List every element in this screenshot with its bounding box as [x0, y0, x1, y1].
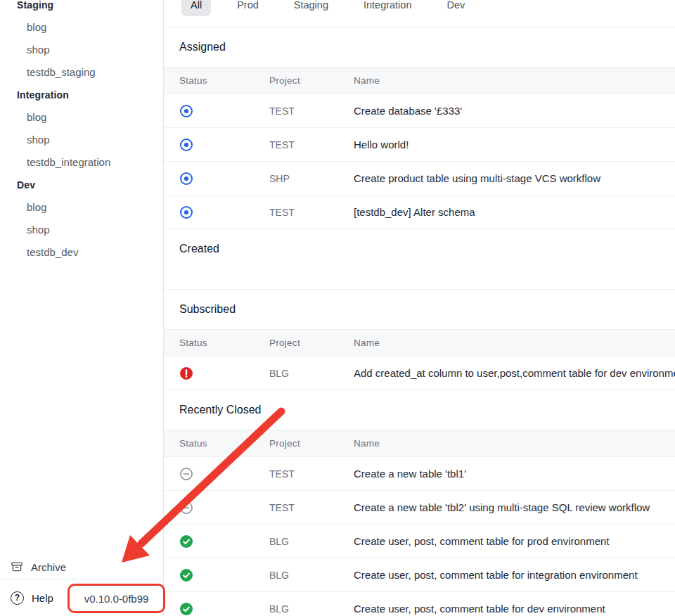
check-circle-icon	[179, 602, 269, 616]
check-circle-icon	[179, 534, 269, 548]
issue-row[interactable]: TESTCreate a new table 'tbl2' using mult…	[164, 491, 675, 525]
column-header-project: Project	[269, 75, 354, 86]
annotation-highlight-box: v0.10.0-0fb99	[68, 584, 165, 613]
table-header-row: StatusProjectName	[164, 430, 675, 457]
project-cell: BLG	[269, 570, 354, 581]
bytebase-home-screen: Stagingblogshoptestdb_stagingIntegration…	[0, 0, 675, 616]
issue-name: Create a new table 'tbl2' using multi-st…	[354, 501, 675, 513]
issue-row[interactable]: TESTHello world!	[164, 128, 675, 162]
tab-dev[interactable]: Dev	[437, 0, 474, 16]
sections: AssignedStatusProjectNameTESTCreate data…	[164, 27, 675, 616]
project-cell: TEST	[269, 502, 354, 513]
env-group-label-staging: Staging	[0, 0, 162, 16]
issue-name: Create user, post, comment table for dev…	[354, 603, 675, 615]
sidebar-item-shop[interactable]: shop	[0, 219, 162, 241]
status-cell	[164, 366, 269, 380]
issue-row[interactable]: BLGAdd created_at column to user,post,co…	[164, 357, 675, 390]
sidebar: Stagingblogshoptestdb_stagingIntegration…	[0, 0, 164, 616]
sidebar-nav: Stagingblogshoptestdb_stagingIntegration…	[0, 0, 162, 264]
tab-integration[interactable]: Integration	[354, 0, 421, 16]
archive-box-icon	[11, 560, 23, 573]
environment-tabbar: AllProdStagingIntegrationDev	[164, 0, 675, 27]
status-cell	[164, 205, 269, 219]
project-cell: SHP	[269, 173, 354, 184]
open-issue-icon	[179, 138, 269, 152]
issue-row[interactable]: SHPCreate product table using multi-stag…	[164, 162, 675, 195]
main-panel: AllProdStagingIntegrationDev AssignedSta…	[164, 0, 675, 616]
status-cell	[164, 172, 269, 186]
issue-name: Hello world!	[354, 139, 675, 150]
sidebar-item-blog[interactable]: blog	[0, 16, 162, 39]
tab-staging[interactable]: Staging	[285, 0, 338, 16]
project-cell: TEST	[269, 105, 354, 117]
project-cell: TEST	[269, 139, 354, 150]
issue-row[interactable]: TEST[testdb_dev] Alter schema	[164, 195, 675, 229]
column-header-project: Project	[269, 338, 354, 348]
project-cell: BLG	[269, 368, 354, 379]
issue-row[interactable]: TESTCreate database '£333'	[164, 94, 675, 128]
status-cell	[164, 602, 269, 616]
section-title: Created	[164, 229, 675, 269]
issue-name: Create a new table 'tbl1'	[354, 468, 675, 480]
issue-name: Create user, post, comment table for int…	[354, 569, 675, 581]
project-cell: TEST	[269, 468, 354, 480]
table-header-row: StatusProjectName	[164, 329, 675, 357]
sidebar-item-testdb_integration[interactable]: testdb_integration	[0, 151, 162, 174]
issue-name: [testdb_dev] Alter schema	[354, 206, 675, 218]
column-header-status: Status	[164, 338, 269, 348]
sidebar-item-testdb_dev[interactable]: testdb_dev	[0, 241, 162, 264]
open-issue-icon	[179, 205, 269, 219]
issue-name: Add created_at column to user,post,comme…	[354, 367, 675, 379]
empty-row	[164, 269, 675, 290]
issue-row[interactable]: BLGCreate user, post, comment table for …	[164, 525, 675, 558]
issue-name: Create product table using multi-stage V…	[354, 172, 675, 184]
version-text: v0.10.0-0fb99	[84, 593, 149, 605]
sidebar-item-blog[interactable]: blog	[0, 106, 162, 129]
issue-row[interactable]: BLGCreate user, post, comment table for …	[164, 558, 675, 592]
status-cell	[164, 104, 269, 118]
project-cell: TEST	[269, 207, 354, 218]
section-title: Subscribed	[164, 290, 675, 329]
exclamation-circle-icon	[179, 366, 269, 380]
status-cell	[164, 138, 269, 152]
column-header-name: Name	[354, 438, 675, 449]
column-header-project: Project	[269, 438, 354, 449]
sidebar-item-shop[interactable]: shop	[0, 129, 162, 151]
status-cell	[164, 501, 269, 515]
archive-button[interactable]: Archive	[0, 555, 162, 579]
open-issue-icon	[179, 172, 269, 186]
issue-name: Create database '£333'	[354, 105, 675, 117]
issue-name: Create user, post, comment table for pro…	[354, 535, 675, 547]
column-header-status: Status	[164, 438, 269, 449]
sidebar-item-testdb_staging[interactable]: testdb_staging	[0, 61, 162, 84]
env-group-label-dev: Dev	[0, 174, 162, 196]
table-header-row: StatusProjectName	[164, 67, 675, 94]
tab-all[interactable]: All	[181, 0, 211, 16]
issue-row[interactable]: BLGCreate user, post, comment table for …	[164, 592, 675, 616]
column-header-status: Status	[164, 75, 269, 86]
open-issue-icon	[179, 104, 269, 118]
issue-row[interactable]: TESTCreate a new table 'tbl1'	[164, 457, 675, 491]
question-circle-icon: ?	[11, 591, 24, 605]
status-cell	[164, 534, 269, 548]
status-cell	[164, 467, 269, 481]
minus-circle-icon	[179, 467, 269, 481]
section-title: Assigned	[164, 27, 675, 67]
tab-prod[interactable]: Prod	[228, 0, 268, 16]
help-label: Help	[32, 592, 53, 604]
archive-label: Archive	[31, 561, 66, 573]
sidebar-item-blog[interactable]: blog	[0, 196, 162, 219]
check-circle-icon	[179, 568, 269, 582]
project-cell: BLG	[269, 536, 354, 547]
column-header-name: Name	[354, 338, 675, 348]
status-cell	[164, 568, 269, 582]
project-cell: BLG	[269, 603, 354, 615]
column-header-name: Name	[354, 75, 675, 86]
sidebar-item-shop[interactable]: shop	[0, 39, 162, 61]
env-group-label-integration: Integration	[0, 84, 162, 106]
minus-circle-icon	[179, 501, 269, 515]
section-title: Recently Closed	[164, 390, 675, 430]
